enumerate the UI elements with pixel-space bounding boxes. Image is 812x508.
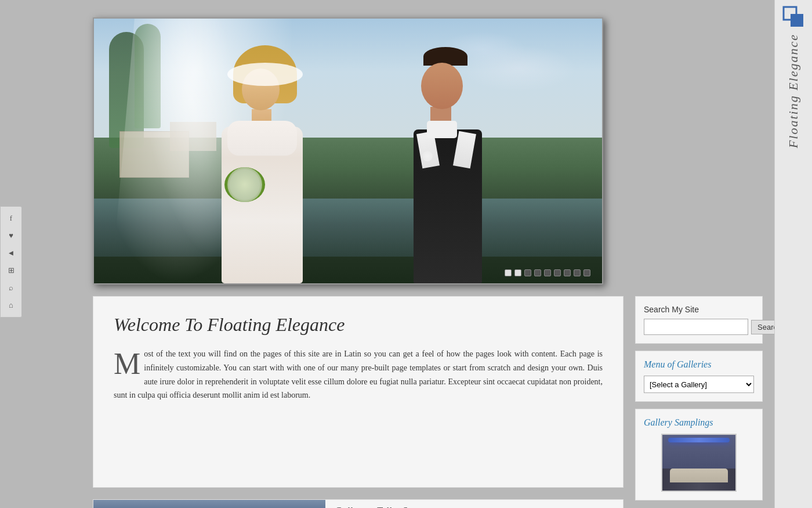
hero-image-content [94, 19, 602, 283]
speaker-icon[interactable]: ◄ [2, 245, 20, 261]
hero-image [93, 17, 603, 284]
heart-icon[interactable]: ♥ [2, 228, 20, 244]
facebook-icon[interactable]: f [2, 210, 20, 226]
gallery-preview: Gallery – Tell a Story L orem ipsum dolo… [93, 499, 624, 508]
slider-dot-4[interactable] [534, 269, 541, 276]
galleries-title: Menu of Galleries [644, 359, 754, 370]
content-area: Welcome To Floating Elegance M ost of th… [93, 284, 774, 508]
right-sidebar: Search My Site Search Menu of Galleries … [635, 296, 763, 500]
slider-dot-7[interactable] [564, 269, 571, 276]
search-widget: Search My Site Search [635, 296, 763, 344]
article-body-text: ost of the text you will find on the pag… [114, 350, 603, 399]
site-logo-icon [782, 6, 804, 28]
gallery-samplings-widget: Gallery Samplings [635, 409, 763, 500]
sample-img-content [662, 435, 735, 491]
search-input[interactable] [644, 319, 748, 335]
main-article: Welcome To Floating Elegance M ost of th… [93, 296, 624, 488]
article-title: Welcome To Floating Elegance [114, 314, 603, 336]
home-icon[interactable]: ⌂ [2, 297, 20, 314]
slider-dot-1[interactable] [505, 269, 512, 276]
search-row: Search [644, 319, 754, 335]
hero-container [93, 0, 774, 284]
social-sidebar: f ♥ ◄ ⊞ ⌕ ⌂ [0, 206, 22, 318]
slider-dot-3[interactable] [524, 269, 531, 276]
article-body: M ost of the text you will find on the p… [114, 347, 603, 402]
gallery-text: Gallery – Tell a Story L orem ipsum dolo… [325, 500, 623, 508]
search-label: Search My Site [644, 305, 754, 314]
gallery-select[interactable]: [Select a Gallery] Gallery One Gallery T… [644, 376, 754, 393]
slider-dot-9[interactable] [583, 269, 590, 276]
search-icon[interactable]: ⌕ [2, 280, 20, 296]
slider-dot-5[interactable] [544, 269, 551, 276]
slider-dots [505, 269, 590, 276]
samplings-title: Gallery Samplings [644, 417, 754, 428]
cart-icon[interactable]: ⊞ [2, 262, 20, 279]
article-drop-cap: M [114, 352, 140, 376]
right-sidebar-label: Floating Elegance [774, 0, 812, 508]
slider-dot-8[interactable] [574, 269, 581, 276]
gallery-thumb-image [93, 500, 325, 508]
site-title-vertical: Floating Elegance [786, 34, 801, 148]
svg-rect-1 [791, 14, 803, 27]
main-wrapper: Welcome To Floating Elegance M ost of th… [0, 0, 774, 508]
gallery-sample-image [661, 434, 737, 492]
slider-dot-2[interactable] [514, 269, 521, 276]
gallery-preview-title: Gallery – Tell a Story [334, 506, 614, 508]
galleries-widget: Menu of Galleries [Select a Gallery] Gal… [635, 351, 763, 402]
slider-dot-6[interactable] [554, 269, 561, 276]
